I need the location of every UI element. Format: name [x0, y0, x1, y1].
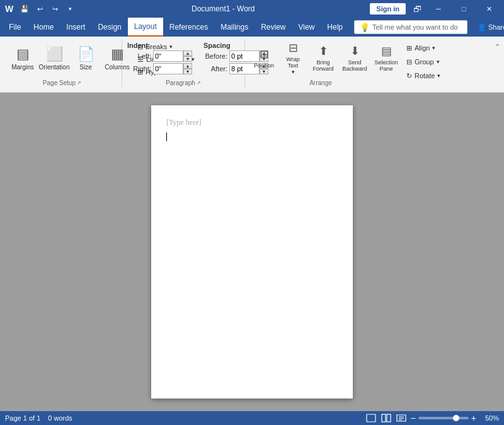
wrap-text-icon: ⊟ [289, 41, 298, 55]
zoom-out-btn[interactable]: − [411, 413, 416, 423]
ribbon: ▤ Margins ⬜ Orientation 📄 Size ▦ Columns [0, 37, 504, 93]
indent-left-spinner: ▲ ▼ [183, 50, 192, 62]
status-bar: Page 1 of 1 0 words − + 50% [0, 411, 504, 425]
group-arrange: ⊞ Position ⊟ Wrap Text ▾ ⬆ Bring Forward… [245, 39, 396, 87]
redo-quick-btn[interactable]: ↪ [49, 3, 61, 15]
indent-right-row: Right: ▲ ▼ [127, 63, 193, 74]
zoom-slider-container: − + [411, 413, 476, 423]
menu-home[interactable]: Home [27, 18, 60, 37]
collapse-ribbon-btn[interactable]: ⌃ [493, 42, 501, 52]
arrange-label: Arrange [245, 79, 396, 87]
page-canvas[interactable]: [Type here] [151, 105, 353, 399]
size-icon: 📄 [77, 46, 94, 62]
save-quick-btn[interactable]: 💾 [18, 3, 31, 15]
sign-in-button[interactable]: Sign in [370, 3, 406, 15]
group-icon: ⊟ [406, 58, 412, 66]
paragraph-label: Paragraph ↗ [122, 79, 244, 87]
page-setup-label: Page Setup ↗ [3, 79, 122, 87]
indent-left-down[interactable]: ▼ [183, 56, 192, 62]
menu-bar: File Home Insert Design Layout Reference… [0, 18, 504, 37]
paragraph-expand-icon[interactable]: ↗ [197, 80, 201, 86]
wrap-text-button[interactable]: ⊟ Wrap Text ▾ [279, 40, 307, 76]
menu-layout[interactable]: Layout [128, 18, 163, 37]
align-button[interactable]: ⊞ Align ▾ [404, 42, 443, 54]
close-button[interactable]: ✕ [479, 0, 499, 18]
menu-mailings[interactable]: Mailings [214, 18, 255, 37]
margins-icon: ▤ [16, 46, 30, 62]
undo-quick-btn[interactable]: ↩ [33, 3, 46, 15]
align-icon: ⊞ [406, 44, 412, 52]
page-setup-expand-icon[interactable]: ↗ [77, 80, 81, 86]
title-bar: W 💾 ↩ ↪ ▾ Document1 - Word Sign in 🗗 ─ □… [0, 0, 504, 18]
share-button[interactable]: 👤 Share [472, 18, 504, 37]
bring-forward-button[interactable]: ⬆ Bring Forward [308, 40, 338, 76]
indent-right-down[interactable]: ▼ [183, 69, 192, 74]
menu-insert[interactable]: Insert [60, 18, 91, 37]
restore-btn[interactable]: 🗗 [411, 3, 423, 15]
indent-right-label: Right: [127, 65, 151, 73]
svg-rect-1 [382, 414, 386, 422]
status-left: Page 1 of 1 0 words [5, 414, 72, 422]
spacing-after-label: After: [203, 65, 227, 73]
zoom-percent[interactable]: 50% [480, 414, 499, 422]
word-count[interactable]: 0 words [48, 414, 72, 422]
orientation-icon: ⬜ [46, 46, 63, 62]
indent-left-input[interactable] [153, 50, 183, 62]
page-count[interactable]: Page 1 of 1 [5, 414, 40, 422]
indent-right-spinner: ▲ ▼ [183, 63, 192, 74]
type-here-placeholder: [Type here] [166, 118, 338, 127]
minimize-button[interactable]: ─ [428, 0, 449, 18]
orientation-button[interactable]: ⬜ Orientation [39, 40, 69, 76]
indent-left-row: Left: ▲ ▼ [127, 50, 193, 62]
indent-right-input[interactable] [153, 63, 183, 74]
title-left: W 💾 ↩ ↪ ▾ [5, 3, 76, 15]
tell-me-area: 💡 Tell me what you want to do [349, 18, 472, 37]
bring-forward-icon: ⬆ [319, 44, 328, 58]
svg-rect-2 [387, 414, 391, 422]
text-cursor [166, 132, 167, 141]
document-title: Document1 - Word [192, 4, 255, 13]
spacing-before-label: Before: [203, 52, 227, 60]
send-backward-button[interactable]: ⬇ Send Backward [340, 40, 370, 76]
tell-me-placeholder: Tell me what you want to do [372, 23, 458, 31]
menu-help[interactable]: Help [321, 18, 349, 37]
zoom-thumb [453, 415, 459, 421]
indent-left-up[interactable]: ▲ [183, 50, 192, 56]
web-layout-btn[interactable] [381, 412, 392, 424]
position-icon: ⊞ [260, 47, 269, 61]
indent-right-up[interactable]: ▲ [183, 63, 192, 69]
page-area[interactable]: [Type here] [0, 93, 504, 411]
arrange-buttons: ⊞ Position ⊟ Wrap Text ▾ ⬆ Bring Forward… [250, 40, 401, 76]
rotate-icon: ↻ [406, 72, 412, 80]
collapse-ribbon: ⌃ [493, 39, 501, 52]
maximize-button[interactable]: □ [454, 0, 474, 18]
group-button[interactable]: ⊟ Group ▾ [404, 55, 443, 68]
tell-me-input[interactable]: 💡 Tell me what you want to do [354, 20, 467, 34]
send-backward-icon: ⬇ [350, 44, 360, 58]
more-quick-btn[interactable]: ▾ [64, 3, 76, 15]
title-center: Document1 - Word [76, 4, 370, 13]
position-button[interactable]: ⊞ Position [250, 40, 278, 76]
indent-left-wrapper: ▲ ▼ [153, 50, 193, 62]
arrange-small-btns: ⊞ Align ▾ ⊟ Group ▾ ↻ Rotate ▾ [404, 40, 443, 82]
menu-design[interactable]: Design [91, 18, 127, 37]
rotate-button[interactable]: ↻ Rotate ▾ [404, 69, 443, 82]
zoom-slider[interactable] [418, 417, 469, 419]
zoom-in-btn[interactable]: + [471, 413, 476, 423]
indent-label: Indent [127, 42, 193, 49]
menu-file[interactable]: File [3, 18, 27, 37]
read-mode-btn[interactable] [396, 412, 407, 424]
indent-left-label: Left: [127, 52, 151, 60]
menu-view[interactable]: View [292, 18, 321, 37]
group-paragraph: Indent Left: ▲ ▼ [122, 39, 245, 87]
margins-button[interactable]: ▤ Margins [8, 40, 38, 76]
selection-pane-button[interactable]: ▤ Selection Pane [371, 40, 401, 76]
group-page-setup: ▤ Margins ⬜ Orientation 📄 Size ▦ Columns [3, 39, 122, 87]
size-button[interactable]: 📄 Size [71, 40, 101, 76]
print-layout-btn[interactable] [365, 412, 377, 424]
menu-references[interactable]: References [163, 18, 214, 37]
header-right: Sign in 🗗 ─ □ ✕ [370, 0, 499, 18]
svg-rect-0 [367, 414, 375, 422]
ribbon-groups: ▤ Margins ⬜ Orientation 📄 Size ▦ Columns [0, 39, 504, 92]
menu-review[interactable]: Review [255, 18, 292, 37]
